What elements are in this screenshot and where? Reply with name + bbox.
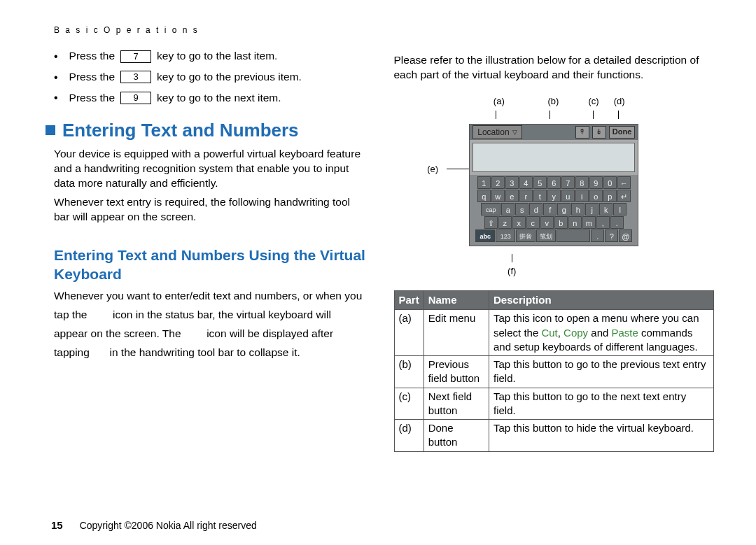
text: Press the — [69, 49, 115, 64]
cell-part: (c) — [394, 388, 424, 420]
vk-key[interactable]: c — [526, 216, 540, 229]
vk-key[interactable]: j — [585, 203, 598, 215]
vk-key[interactable]: z — [498, 216, 512, 229]
cell-desc: Tap this icon to open a menu where you c… — [489, 310, 714, 356]
paragraph: Whenever you want to enter/edit text and… — [54, 289, 366, 304]
keyboard-illustration: (a) (b) (c) (d) (e) — [394, 95, 715, 278]
vk-key[interactable]: b — [554, 216, 568, 229]
vk-key[interactable]: . — [591, 229, 604, 242]
vk-key[interactable]: r — [519, 190, 533, 202]
vk-mode-abc[interactable]: abc — [475, 229, 495, 242]
vk-key[interactable]: 2 — [491, 176, 505, 189]
vk-key[interactable]: v — [540, 216, 554, 229]
vk-key[interactable]: i — [575, 190, 589, 202]
table-row: (a) Edit menu Tap this icon to open a me… — [394, 310, 714, 356]
vk-key[interactable]: m — [582, 216, 596, 229]
left-column: Press the 7 key to go to the last item. … — [46, 49, 366, 507]
cell-name: Done button — [424, 420, 489, 452]
vk-key[interactable]: 5 — [533, 176, 547, 189]
vk-key[interactable]: f — [543, 203, 556, 215]
virtual-keyboard: Location ▽ ↟ ↡ Done 1 2 — [469, 124, 638, 246]
vk-key[interactable]: n — [568, 216, 582, 229]
list-item: Press the 3 key to go to the previous it… — [54, 70, 366, 85]
key-bullet-list: Press the 7 key to go to the last item. … — [54, 49, 366, 106]
cell-desc: Tap this button to hide the virtual keyb… — [489, 420, 714, 452]
col-desc: Description — [489, 291, 714, 310]
vk-key[interactable]: q — [477, 190, 491, 202]
vk-key[interactable]: 1 — [477, 176, 491, 189]
vk-key[interactable]: g — [557, 203, 570, 215]
list-item: Press the 7 key to go to the last item. — [54, 49, 366, 64]
vk-edit-menu[interactable]: Location ▽ — [472, 125, 522, 139]
vk-key-space[interactable] — [556, 229, 590, 242]
parts-table: Part Name Description (a) Edit menu Tap … — [394, 290, 715, 452]
vk-key-enter[interactable]: ↵ — [617, 190, 631, 202]
callout-a: (a) — [475, 95, 523, 108]
vk-key[interactable]: a — [501, 203, 514, 215]
table-row: (d) Done button Tap this button to hide … — [394, 420, 714, 452]
text: key to go to the next item. — [157, 91, 281, 106]
paragraph: tapping in the handwriting tool bar to c… — [54, 346, 366, 360]
vk-key-caps[interactable]: cap — [481, 203, 500, 215]
vk-prev-field-button[interactable]: ↟ — [575, 126, 589, 139]
heading-text: Entering Text and Numbers — [62, 118, 299, 143]
vk-key[interactable]: 8 — [575, 176, 589, 189]
vk-key-rows: 1 2 3 4 5 6 7 8 9 0 ← — [470, 175, 638, 246]
text: Press the — [69, 91, 115, 106]
vk-key[interactable]: l — [613, 203, 626, 215]
text: in the handwriting tool bar to collapse … — [109, 346, 300, 358]
vk-key[interactable]: 0 — [603, 176, 617, 189]
vk-key-backspace[interactable]: ← — [617, 176, 631, 189]
vk-key[interactable]: e — [505, 190, 519, 202]
copyright-text: Copyright ©2006 Nokia All right reserved — [80, 520, 257, 531]
vk-key[interactable]: 9 — [589, 176, 603, 189]
vk-text-area[interactable] — [472, 143, 635, 172]
text: tapping — [54, 346, 90, 358]
vk-topbar: Location ▽ ↟ ↡ Done — [470, 125, 638, 140]
cell-name: Edit menu — [424, 310, 489, 356]
paragraph: Your device is equipped with a powerful … — [54, 147, 366, 191]
vk-key[interactable]: d — [529, 203, 542, 215]
vk-key[interactable]: x — [512, 216, 526, 229]
vk-key[interactable]: t — [533, 190, 547, 202]
vk-key[interactable]: 6 — [547, 176, 561, 189]
vk-done-button[interactable]: Done — [609, 126, 636, 139]
vk-key[interactable]: h — [571, 203, 584, 215]
vk-mode-123[interactable]: 123 — [496, 229, 515, 242]
callout-e-text: (e) — [427, 163, 438, 176]
text: appear on the screen. The — [54, 327, 181, 339]
chevron-down-icon: ▽ — [512, 128, 517, 136]
page-footer: 15 Copyright ©2006 Nokia All right reser… — [46, 519, 714, 531]
vk-key[interactable]: s — [515, 203, 528, 215]
key-7: 7 — [120, 50, 151, 63]
vk-mode-stroke[interactable]: 笔划 — [536, 229, 556, 242]
vk-key-shift[interactable]: ⇧ — [484, 216, 498, 229]
vk-next-field-button[interactable]: ↡ — [592, 126, 606, 139]
vk-key[interactable]: ? — [605, 229, 618, 242]
paragraph: tap the icon in the status bar, the virt… — [54, 308, 366, 323]
cell-desc: Tap this button to go to the previous te… — [489, 356, 714, 388]
vk-key[interactable]: 4 — [519, 176, 533, 189]
callout-f-text: (f) — [507, 266, 516, 276]
paragraph: appear on the screen. The icon will be d… — [54, 327, 366, 341]
table-row: (c) Next field button Tap this button to… — [394, 388, 714, 420]
vk-key[interactable]: p — [603, 190, 617, 202]
vk-key[interactable]: w — [491, 190, 505, 202]
vk-key[interactable]: @ — [619, 229, 632, 242]
vk-mode-pinyin[interactable]: 拼音 — [516, 229, 536, 242]
vk-key[interactable]: 3 — [505, 176, 519, 189]
text: icon will be displayed after — [206, 327, 333, 339]
vk-key[interactable]: y — [547, 190, 561, 202]
text: Press the — [69, 70, 115, 85]
vk-key[interactable]: 7 — [561, 176, 575, 189]
cell-part: (b) — [394, 356, 424, 388]
text: icon in the status bar, the virtual keyb… — [113, 309, 331, 320]
vk-key[interactable]: k — [599, 203, 612, 215]
callout-d: (d) — [606, 95, 633, 108]
callout-labels-top: (a) (b) (c) (d) — [394, 95, 715, 108]
vk-key[interactable]: . — [610, 216, 624, 229]
paragraph: Please refer to the illustration below f… — [394, 53, 715, 83]
vk-key[interactable]: o — [589, 190, 603, 202]
vk-key[interactable]: , — [596, 216, 610, 229]
vk-key[interactable]: u — [561, 190, 575, 202]
